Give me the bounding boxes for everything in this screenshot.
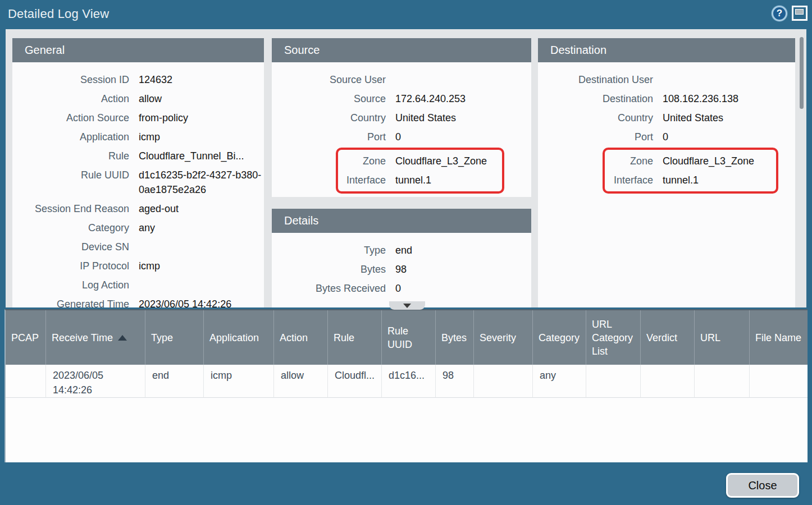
field-label: Port (272, 130, 386, 144)
detailed-log-view-dialog: Detailed Log View ? General Session ID 1… (0, 0, 812, 505)
field-row-destination-interface: Interface tunnel.1 (605, 171, 773, 190)
source-panel-body: Source User Source 172.64.240.253 Countr… (272, 62, 531, 194)
field-label: Country (272, 111, 386, 125)
field-value: allow (129, 91, 264, 106)
cell-application: icmp (203, 365, 273, 398)
column-header-label: Rule UUID (387, 324, 431, 351)
field-value: 0 (386, 281, 531, 296)
field-label: Source User (272, 72, 386, 87)
column-header-label: Receive Time (52, 331, 113, 345)
column-header-label: Verdict (646, 331, 677, 345)
column-header-verdict[interactable]: Verdict (640, 310, 694, 365)
field-label: Action Source (12, 111, 129, 125)
field-value: 108.162.236.138 (653, 91, 795, 106)
field-label: Action (12, 91, 129, 106)
help-icon[interactable]: ? (772, 6, 787, 21)
field-row-rule-uuid: Rule UUID d1c16235-b2f2-4327-b380-0ae187… (12, 166, 264, 199)
field-row-application: Application icmp (12, 127, 264, 146)
field-value: icmp (129, 130, 264, 144)
titlebar: Detailed Log View ? (0, 0, 812, 28)
general-panel-title: General (12, 38, 264, 62)
column-header-rule[interactable]: Rule (327, 310, 381, 365)
window-restore-inner (795, 9, 804, 15)
log-table: PCAP Receive Time Type Application Actio… (4, 309, 808, 462)
field-value: tunnel.1 (386, 173, 499, 187)
column-header-label: Action (280, 331, 308, 345)
close-button[interactable]: Close (726, 473, 799, 498)
field-value (129, 240, 264, 254)
field-label: Interface (605, 173, 653, 187)
column-header-label: Severity (480, 331, 516, 345)
field-row-source-address: Source 172.64.240.253 (272, 89, 531, 108)
destination-panel-title: Destination (538, 38, 795, 62)
field-row-destination-country: Country United States (538, 108, 795, 127)
field-row-source-user: Source User (272, 70, 531, 89)
field-label: Zone (338, 154, 386, 168)
field-row-action-source: Action Source from-policy (12, 108, 264, 127)
column-header-receive-time[interactable]: Receive Time (45, 310, 145, 365)
cell-pcap (6, 365, 45, 398)
field-value: 0 (386, 130, 531, 144)
field-label: Log Action (12, 278, 129, 292)
cell-category: any (532, 365, 586, 398)
field-row-device-sn: Device SN (12, 237, 264, 256)
column-header-rule-uuid[interactable]: Rule UUID (381, 310, 435, 365)
field-value (129, 278, 264, 292)
log-table-grid: PCAP Receive Time Type Application Actio… (6, 310, 808, 398)
column-header-application[interactable]: Application (203, 310, 273, 365)
column-header-label: URL Category List (592, 318, 636, 358)
cell-rule-uuid: d1c16... (381, 365, 435, 398)
destination-zone-highlight-box: Zone Cloudflare_L3_Zone Interface tunnel… (603, 148, 778, 194)
column-header-bytes[interactable]: Bytes (435, 310, 473, 365)
dialog-title: Detailed Log View (8, 0, 109, 28)
panel-collapse-handle[interactable] (389, 301, 425, 310)
window-restore-icon[interactable] (792, 6, 808, 21)
column-header-pcap[interactable]: PCAP (6, 310, 45, 365)
column-header-url[interactable]: URL (694, 310, 749, 365)
column-header-type[interactable]: Type (145, 310, 203, 365)
log-detail-content: General Session ID 124632 Action allow A… (6, 29, 806, 307)
field-row-destination-zone: Zone Cloudflare_L3_Zone (605, 152, 773, 171)
field-row-generated-time: Generated Time 2023/06/05 14:42:26 (12, 295, 264, 307)
source-zone-highlight-box: Zone Cloudflare_L3_Zone Interface tunnel… (336, 148, 504, 194)
field-row-rule: Rule Cloudflare_Tunnel_Bi... (12, 146, 264, 166)
field-value: end (386, 243, 531, 258)
field-label: Zone (605, 154, 653, 168)
field-value: d1c16235-b2f2-4327-b380-0ae1875e2a26 (129, 168, 264, 197)
details-panel-body: Type end Bytes 98 Bytes Received 0 (272, 233, 531, 298)
field-row-type: Type end (272, 241, 531, 260)
field-label: Session End Reason (12, 201, 129, 216)
column-header-label: URL (700, 331, 720, 345)
field-row-log-action: Log Action (12, 276, 264, 295)
details-panel-title: Details (272, 209, 531, 233)
field-row-category: Category any (12, 218, 264, 237)
cell-url (694, 365, 749, 398)
field-label: Bytes Received (272, 281, 386, 296)
column-header-action[interactable]: Action (273, 310, 327, 365)
field-row-action: Action allow (12, 89, 264, 108)
destination-panel-body: Destination User Destination 108.162.236… (538, 62, 795, 194)
cell-rule: Cloudfl... (327, 365, 381, 398)
field-value (386, 72, 531, 87)
source-panel-title: Source (272, 38, 531, 62)
field-value: aged-out (129, 201, 264, 216)
column-header-label: File Name (755, 331, 801, 345)
field-value: icmp (129, 259, 264, 273)
field-row-source-port: Port 0 (272, 127, 531, 146)
column-header-url-category-list[interactable]: URL Category List (586, 310, 640, 365)
column-header-file-name[interactable]: File Name (749, 310, 808, 365)
cell-verdict (640, 365, 694, 398)
column-header-severity[interactable]: Severity (473, 310, 532, 365)
field-row-destination-address: Destination 108.162.236.138 (538, 89, 795, 108)
general-panel: General Session ID 124632 Action allow A… (12, 38, 264, 307)
field-value: Cloudflare_L3_Zone (653, 154, 773, 168)
field-row-session-end-reason: Session End Reason aged-out (12, 199, 264, 218)
column-header-category[interactable]: Category (532, 310, 586, 365)
field-row-destination-user: Destination User (538, 70, 795, 89)
field-label: IP Protocol (12, 259, 129, 273)
field-value (653, 72, 795, 87)
field-value: tunnel.1 (653, 173, 773, 187)
vertical-scrollbar[interactable] (800, 37, 804, 109)
field-label: Category (12, 221, 129, 235)
field-label: Source (272, 91, 386, 106)
